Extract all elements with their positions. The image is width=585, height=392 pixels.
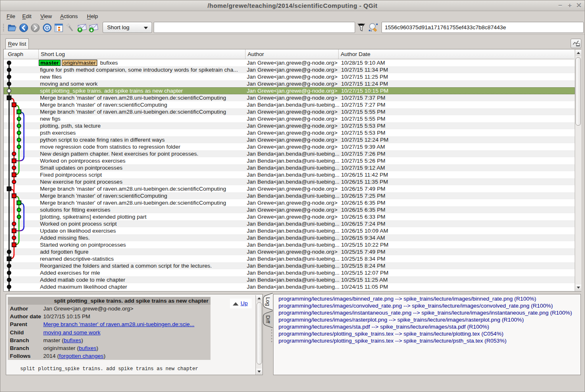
- svg-text:G: G: [45, 25, 49, 31]
- svg-text:Log: Log: [265, 297, 271, 306]
- svg-text:Diff: Diff: [265, 315, 271, 324]
